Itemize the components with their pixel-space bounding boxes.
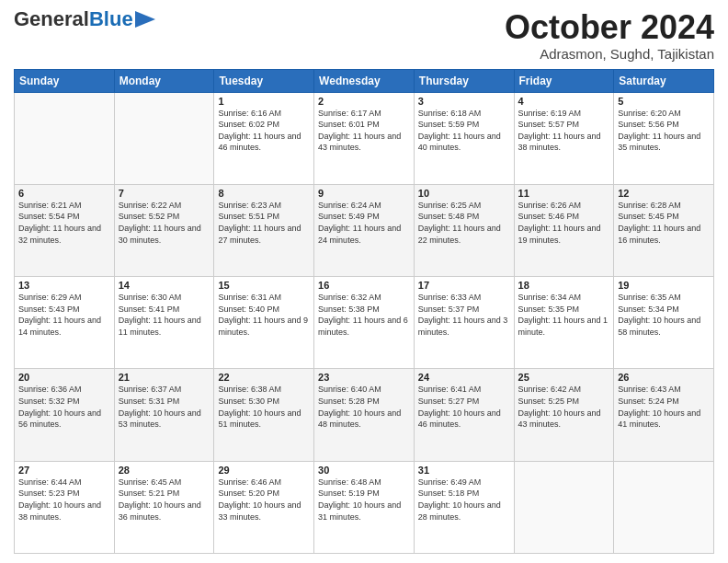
calendar-cell: 22Sunrise: 6:38 AMSunset: 5:30 PMDayligh… — [214, 369, 314, 461]
calendar-cell: 10Sunrise: 6:25 AMSunset: 5:48 PMDayligh… — [414, 184, 514, 276]
day-info: Sunrise: 6:43 AMSunset: 5:24 PMDaylight:… — [618, 384, 710, 430]
header: GeneralBlue October 2024 Adrasmon, Sughd… — [14, 9, 714, 62]
day-number: 18 — [518, 280, 610, 291]
day-info: Sunrise: 6:19 AMSunset: 5:57 PMDaylight:… — [518, 108, 610, 154]
day-info: Sunrise: 6:26 AMSunset: 5:46 PMDaylight:… — [518, 200, 610, 246]
day-number: 2 — [318, 96, 410, 107]
day-number: 6 — [18, 188, 110, 199]
day-info: Sunrise: 6:29 AMSunset: 5:43 PMDaylight:… — [18, 292, 110, 338]
day-number: 26 — [618, 372, 710, 383]
calendar-cell: 7Sunrise: 6:22 AMSunset: 5:52 PMDaylight… — [114, 184, 214, 276]
calendar-row-0: 1Sunrise: 6:16 AMSunset: 6:02 PMDaylight… — [15, 92, 714, 184]
day-info: Sunrise: 6:49 AMSunset: 5:18 PMDaylight:… — [418, 477, 510, 523]
day-info: Sunrise: 6:34 AMSunset: 5:35 PMDaylight:… — [518, 292, 610, 338]
day-info: Sunrise: 6:33 AMSunset: 5:37 PMDaylight:… — [418, 292, 510, 338]
calendar-cell: 5Sunrise: 6:20 AMSunset: 5:56 PMDaylight… — [614, 92, 714, 184]
calendar-cell: 8Sunrise: 6:23 AMSunset: 5:51 PMDaylight… — [214, 184, 314, 276]
calendar-cell: 12Sunrise: 6:28 AMSunset: 5:45 PMDayligh… — [614, 184, 714, 276]
calendar-cell: 11Sunrise: 6:26 AMSunset: 5:46 PMDayligh… — [514, 184, 614, 276]
calendar-cell: 15Sunrise: 6:31 AMSunset: 5:40 PMDayligh… — [214, 277, 314, 369]
day-info: Sunrise: 6:28 AMSunset: 5:45 PMDaylight:… — [618, 200, 710, 246]
calendar-cell: 1Sunrise: 6:16 AMSunset: 6:02 PMDaylight… — [214, 92, 314, 184]
calendar-cell: 21Sunrise: 6:37 AMSunset: 5:31 PMDayligh… — [114, 369, 214, 461]
day-info: Sunrise: 6:22 AMSunset: 5:52 PMDaylight:… — [119, 200, 210, 246]
day-number: 20 — [18, 372, 110, 383]
day-number: 8 — [218, 188, 310, 199]
day-info: Sunrise: 6:20 AMSunset: 5:56 PMDaylight:… — [618, 108, 710, 154]
day-info: Sunrise: 6:23 AMSunset: 5:51 PMDaylight:… — [218, 200, 310, 246]
day-number: 28 — [119, 465, 210, 476]
calendar-cell — [15, 92, 115, 184]
day-info: Sunrise: 6:46 AMSunset: 5:20 PMDaylight:… — [218, 477, 310, 523]
day-number: 25 — [518, 372, 610, 383]
calendar-cell: 24Sunrise: 6:41 AMSunset: 5:27 PMDayligh… — [414, 369, 514, 461]
day-number: 19 — [618, 280, 710, 291]
day-info: Sunrise: 6:44 AMSunset: 5:23 PMDaylight:… — [18, 477, 110, 523]
calendar-cell: 25Sunrise: 6:42 AMSunset: 5:25 PMDayligh… — [514, 369, 614, 461]
day-info: Sunrise: 6:25 AMSunset: 5:48 PMDaylight:… — [418, 200, 510, 246]
day-info: Sunrise: 6:16 AMSunset: 6:02 PMDaylight:… — [218, 108, 310, 154]
calendar-cell: 29Sunrise: 6:46 AMSunset: 5:20 PMDayligh… — [214, 461, 314, 553]
day-info: Sunrise: 6:45 AMSunset: 5:21 PMDaylight:… — [119, 477, 210, 523]
day-info: Sunrise: 6:32 AMSunset: 5:38 PMDaylight:… — [318, 292, 410, 338]
day-number: 1 — [218, 96, 310, 107]
day-number: 3 — [418, 96, 510, 107]
calendar-cell: 6Sunrise: 6:21 AMSunset: 5:54 PMDaylight… — [15, 184, 115, 276]
calendar-cell — [614, 461, 714, 553]
calendar-header-row: Sunday Monday Tuesday Wednesday Thursday… — [15, 69, 714, 92]
day-number: 11 — [518, 188, 610, 199]
calendar-cell: 4Sunrise: 6:19 AMSunset: 5:57 PMDaylight… — [514, 92, 614, 184]
logo-arrow-icon — [135, 11, 155, 28]
day-info: Sunrise: 6:21 AMSunset: 5:54 PMDaylight:… — [18, 200, 110, 246]
day-number: 10 — [418, 188, 510, 199]
svg-marker-0 — [135, 11, 155, 28]
calendar-cell: 13Sunrise: 6:29 AMSunset: 5:43 PMDayligh… — [15, 277, 115, 369]
day-number: 4 — [518, 96, 610, 107]
logo: GeneralBlue — [14, 9, 155, 29]
calendar-cell: 9Sunrise: 6:24 AMSunset: 5:49 PMDaylight… — [314, 184, 415, 276]
col-wednesday: Wednesday — [314, 69, 415, 92]
day-number: 17 — [418, 280, 510, 291]
calendar-row-2: 13Sunrise: 6:29 AMSunset: 5:43 PMDayligh… — [15, 277, 714, 369]
location: Adrasmon, Sughd, Tajikistan — [505, 46, 714, 62]
calendar-cell — [514, 461, 614, 553]
day-info: Sunrise: 6:31 AMSunset: 5:40 PMDaylight:… — [218, 292, 310, 338]
day-number: 21 — [119, 372, 210, 383]
day-number: 14 — [119, 280, 210, 291]
day-number: 12 — [618, 188, 710, 199]
col-friday: Friday — [514, 69, 614, 92]
day-number: 31 — [418, 465, 510, 476]
calendar-cell: 19Sunrise: 6:35 AMSunset: 5:34 PMDayligh… — [614, 277, 714, 369]
day-info: Sunrise: 6:41 AMSunset: 5:27 PMDaylight:… — [418, 384, 510, 430]
day-number: 29 — [218, 465, 310, 476]
calendar-cell: 3Sunrise: 6:18 AMSunset: 5:59 PMDaylight… — [414, 92, 514, 184]
logo-text: GeneralBlue — [14, 9, 133, 29]
day-info: Sunrise: 6:48 AMSunset: 5:19 PMDaylight:… — [318, 477, 410, 523]
calendar-row-1: 6Sunrise: 6:21 AMSunset: 5:54 PMDaylight… — [15, 184, 714, 276]
calendar-cell: 20Sunrise: 6:36 AMSunset: 5:32 PMDayligh… — [15, 369, 115, 461]
day-number: 16 — [318, 280, 410, 291]
calendar-page: GeneralBlue October 2024 Adrasmon, Sughd… — [0, 0, 728, 563]
day-number: 5 — [618, 96, 710, 107]
calendar-row-4: 27Sunrise: 6:44 AMSunset: 5:23 PMDayligh… — [15, 461, 714, 553]
day-number: 7 — [119, 188, 210, 199]
day-info: Sunrise: 6:37 AMSunset: 5:31 PMDaylight:… — [119, 384, 210, 430]
day-number: 30 — [318, 465, 410, 476]
calendar-cell: 30Sunrise: 6:48 AMSunset: 5:19 PMDayligh… — [314, 461, 415, 553]
day-info: Sunrise: 6:30 AMSunset: 5:41 PMDaylight:… — [119, 292, 210, 338]
calendar-cell: 17Sunrise: 6:33 AMSunset: 5:37 PMDayligh… — [414, 277, 514, 369]
day-info: Sunrise: 6:18 AMSunset: 5:59 PMDaylight:… — [418, 108, 510, 154]
calendar-table: Sunday Monday Tuesday Wednesday Thursday… — [14, 69, 714, 554]
col-sunday: Sunday — [15, 69, 115, 92]
day-number: 24 — [418, 372, 510, 383]
calendar-cell: 31Sunrise: 6:49 AMSunset: 5:18 PMDayligh… — [414, 461, 514, 553]
day-number: 22 — [218, 372, 310, 383]
calendar-cell: 16Sunrise: 6:32 AMSunset: 5:38 PMDayligh… — [314, 277, 415, 369]
day-info: Sunrise: 6:40 AMSunset: 5:28 PMDaylight:… — [318, 384, 410, 430]
day-info: Sunrise: 6:36 AMSunset: 5:32 PMDaylight:… — [18, 384, 110, 430]
day-number: 15 — [218, 280, 310, 291]
calendar-cell: 27Sunrise: 6:44 AMSunset: 5:23 PMDayligh… — [15, 461, 115, 553]
calendar-cell: 28Sunrise: 6:45 AMSunset: 5:21 PMDayligh… — [114, 461, 214, 553]
day-info: Sunrise: 6:24 AMSunset: 5:49 PMDaylight:… — [318, 200, 410, 246]
calendar-cell: 23Sunrise: 6:40 AMSunset: 5:28 PMDayligh… — [314, 369, 415, 461]
